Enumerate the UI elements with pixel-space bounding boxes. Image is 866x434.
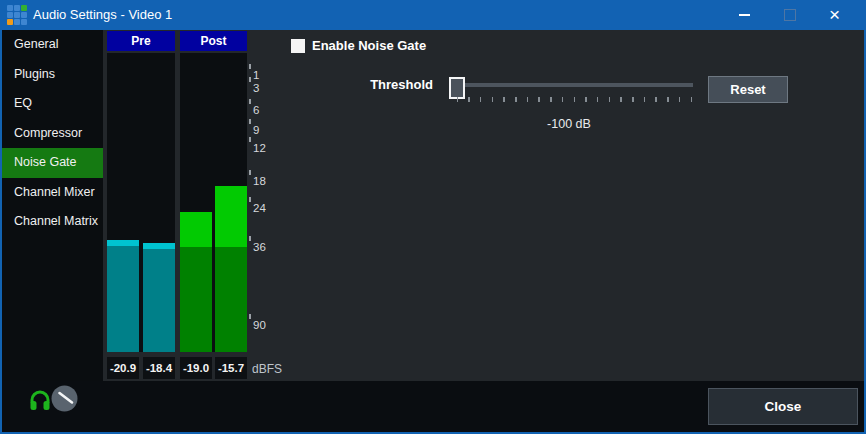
threshold-slider-track[interactable] [462, 83, 693, 87]
scale-tick-mark [249, 236, 251, 241]
meter-value: -15.7 [215, 357, 247, 379]
slider-tick-mark [597, 97, 599, 102]
scale-number: 12 [253, 143, 266, 154]
scale-number: 18 [253, 176, 266, 187]
scale-number: 6 [253, 105, 259, 116]
maximize-icon [784, 9, 796, 21]
logo-square [14, 5, 20, 11]
slider-tick-mark [620, 97, 622, 102]
sidebar-item-noise-gate[interactable]: Noise Gate [2, 148, 103, 178]
scale-tick-mark [249, 119, 251, 124]
meter-bar-segment [215, 247, 247, 352]
logo-square [14, 19, 20, 25]
scale-tick-mark [249, 77, 251, 82]
enable-noise-gate-label: Enable Noise Gate [312, 39, 426, 53]
slider-tick-mark [632, 97, 634, 102]
slider-tick-mark [527, 97, 529, 102]
logo-square [7, 12, 13, 18]
scale-tick-mark [249, 170, 251, 175]
minimize-button[interactable] [722, 0, 767, 30]
scale-number: 1 [253, 70, 259, 81]
meter-value: -20.9 [107, 357, 139, 379]
scale-number: 3 [253, 83, 259, 94]
slider-tick-mark [655, 97, 657, 102]
slider-tick-mark [457, 97, 459, 102]
slider-tick-mark [609, 97, 611, 102]
slider-tick-mark [585, 97, 587, 102]
scale-number: 9 [253, 125, 259, 136]
close-icon: × [829, 0, 840, 30]
slider-tick-mark [644, 97, 646, 102]
sidebar-item-general[interactable]: General [2, 30, 103, 60]
slider-tick-mark [538, 97, 540, 102]
window-title: Audio Settings - Video 1 [33, 0, 172, 30]
slider-tick-mark [468, 97, 470, 102]
enable-noise-gate-checkbox[interactable] [291, 39, 305, 53]
logo-square [7, 19, 13, 25]
scale-tick-mark [249, 314, 251, 319]
scale-number: 24 [253, 203, 266, 214]
logo-square [21, 12, 27, 18]
meter-bar-segment [143, 249, 175, 352]
sidebar-item-eq[interactable]: EQ [2, 89, 103, 119]
threshold-label: Threshold [333, 77, 433, 92]
maximize-button[interactable] [767, 0, 812, 30]
footer-bar: Close [2, 381, 864, 432]
meter-bar-segment [107, 246, 139, 352]
sidebar-item-channel-mixer[interactable]: Channel Mixer [2, 178, 103, 208]
meter-bar-segment [180, 247, 212, 352]
reset-button[interactable]: Reset [708, 76, 788, 103]
logo-square [21, 19, 27, 25]
meter-unit-label: dBFS [252, 362, 282, 376]
volume-knob[interactable] [51, 385, 78, 412]
logo-square [14, 12, 20, 18]
slider-tick-mark [691, 97, 693, 102]
logo-square [7, 5, 13, 11]
meter-bar-segment [215, 186, 247, 247]
meter-header-pre: Pre [107, 31, 175, 51]
slider-tick-mark [492, 97, 494, 102]
meter-value: -19.0 [180, 357, 212, 379]
scale-tick-mark [249, 197, 251, 202]
scale-number: 90 [253, 320, 266, 331]
threshold-value: -100 dB [469, 117, 669, 131]
sidebar-item-compressor[interactable]: Compressor [2, 119, 103, 149]
scale-number: 36 [253, 242, 266, 253]
settings-sidebar: GeneralPluginsEQCompressorNoise GateChan… [2, 30, 103, 381]
close-window-button[interactable]: × [812, 0, 857, 30]
minimize-icon [739, 14, 750, 16]
slider-tick-mark [562, 97, 564, 102]
meter-bar-segment [180, 212, 212, 247]
slider-tick-mark [550, 97, 552, 102]
sidebar-item-plugins[interactable]: Plugins [2, 60, 103, 90]
meter-value: -18.4 [143, 357, 175, 379]
meter-header-post: Post [180, 31, 247, 51]
headphones-icon[interactable] [28, 389, 52, 413]
slider-tick-mark [503, 97, 505, 102]
scale-tick-mark [249, 99, 251, 104]
sidebar-item-channel-matrix[interactable]: Channel Matrix [2, 207, 103, 237]
scale-tick-mark [249, 64, 251, 69]
close-button[interactable]: Close [708, 388, 858, 425]
vmix-logo-icon [7, 5, 27, 25]
slider-tick-mark [480, 97, 482, 102]
threshold-slider-thumb[interactable] [449, 77, 465, 99]
slider-tick-mark [667, 97, 669, 102]
logo-square [21, 5, 27, 11]
slider-tick-mark [574, 97, 576, 102]
title-bar[interactable]: Audio Settings - Video 1 × [0, 0, 866, 30]
slider-tick-mark [679, 97, 681, 102]
scale-tick-mark [249, 137, 251, 142]
audio-settings-dialog: Audio Settings - Video 1 × GeneralPlugin… [0, 0, 866, 434]
slider-tick-mark [515, 97, 517, 102]
